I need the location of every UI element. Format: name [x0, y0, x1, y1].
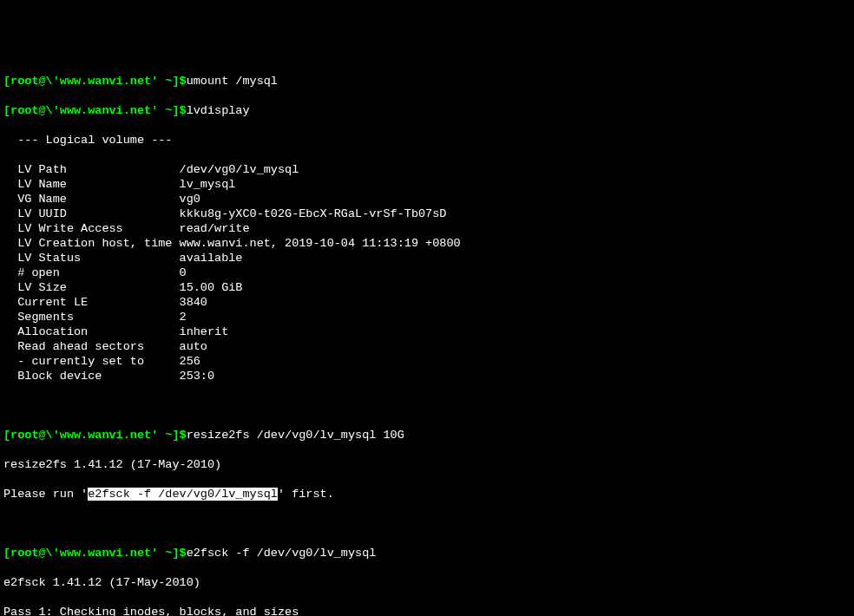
shell-prompt: [root@\'www.wanvi.net' ~]$	[3, 429, 187, 442]
output-line: Current LE 3840	[3, 295, 851, 310]
shell-prompt: [root@\'www.wanvi.net' ~]$	[3, 104, 187, 117]
terminal[interactable]: [root@\'www.wanvi.net' ~]$umount /mysql …	[0, 59, 854, 616]
prompt-line: [root@\'www.wanvi.net' ~]$umount /mysql	[3, 74, 851, 88]
highlighted-command: e2fsck -f /dev/vg0/lv_mysql	[88, 488, 278, 501]
output-line: Block device 253:0	[3, 369, 851, 383]
shell-prompt: [root@\'www.wanvi.net' ~]$	[3, 547, 187, 560]
output-line: e2fsck 1.41.12 (17-May-2010)	[3, 575, 851, 590]
output-line: LV UUID kkku8g-yXC0-t02G-EbcX-RGaL-vrSf-…	[3, 206, 851, 221]
output-line: - currently set to 256	[3, 354, 851, 369]
prompt-line: [root@\'www.wanvi.net' ~]$resize2fs /dev…	[3, 428, 851, 442]
output-line: Read ahead sectors auto	[3, 339, 851, 354]
command-text: resize2fs /dev/vg0/lv_mysql 10G	[187, 429, 404, 442]
output-line	[3, 516, 851, 531]
output-text: Please run '	[3, 488, 88, 501]
output-line: --- Logical volume ---	[3, 133, 851, 147]
output-line: # open 0	[3, 265, 851, 280]
output-line: LV Size 15.00 GiB	[3, 280, 851, 295]
prompt-line: [root@\'www.wanvi.net' ~]$lvdisplay	[3, 103, 851, 118]
output-line: Allocation inherit	[3, 324, 851, 339]
output-line: Segments 2	[3, 310, 851, 324]
command-text: e2fsck -f /dev/vg0/lv_mysql	[187, 547, 377, 560]
command-text: lvdisplay	[187, 104, 250, 117]
output-line: Pass 1: Checking inodes, blocks, and siz…	[3, 605, 851, 616]
output-line: LV Creation host, time www.wanvi.net, 20…	[3, 236, 851, 251]
output-text: ' first.	[278, 488, 334, 501]
output-line: LV Status available	[3, 251, 851, 265]
prompt-line: [root@\'www.wanvi.net' ~]$e2fsck -f /dev…	[3, 546, 851, 560]
output-line: LV Name lv_mysql	[3, 177, 851, 192]
output-line: resize2fs 1.41.12 (17-May-2010)	[3, 457, 851, 472]
output-line: LV Path /dev/vg0/lv_mysql	[3, 162, 851, 177]
output-line	[3, 398, 851, 413]
shell-prompt: [root@\'www.wanvi.net' ~]$	[3, 75, 187, 88]
output-line: LV Write Access read/write	[3, 221, 851, 236]
command-text: umount /mysql	[187, 75, 278, 88]
output-line: VG Name vg0	[3, 192, 851, 206]
output-line: Please run 'e2fsck -f /dev/vg0/lv_mysql'…	[3, 487, 851, 501]
